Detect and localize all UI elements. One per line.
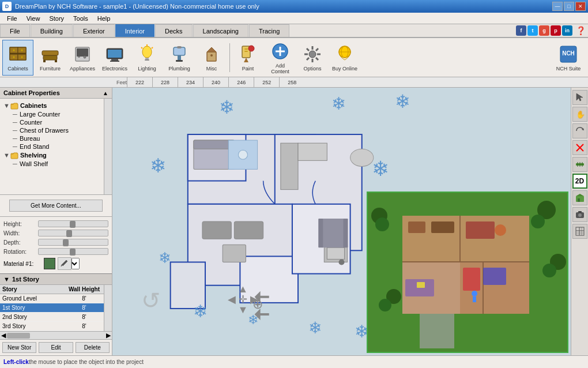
window-buttons[interactable]: — □ ✕ (552, 2, 586, 11)
menu-view[interactable]: View (22, 14, 45, 23)
maximize-button[interactable]: □ (564, 2, 574, 11)
facebook-icon[interactable]: f (516, 25, 526, 36)
preview-3d-panel (367, 191, 568, 353)
tree-item-counter[interactable]: ─ Counter (2, 118, 101, 126)
height-label: Height: (3, 221, 38, 227)
pinterest-icon[interactable]: p (551, 25, 561, 36)
story-scroll-area: Story Wall Height Ground Level 8' 1st St… (0, 285, 112, 331)
delete-story-button[interactable]: Delete (76, 342, 110, 353)
depth-row: Depth: (3, 239, 108, 246)
menu-tools[interactable]: Tools (69, 14, 93, 23)
google-icon[interactable]: g (539, 25, 549, 36)
svg-rect-77 (327, 247, 344, 259)
menu-file[interactable]: File (2, 14, 22, 23)
story-row-ground[interactable]: Ground Level 8' (0, 294, 104, 303)
scroll-right-icon[interactable]: ▶ (106, 332, 111, 339)
height-slider-thumb (70, 221, 76, 228)
tool-electronics[interactable]: Electronics (99, 40, 130, 76)
folder-icon-2 (10, 151, 18, 159)
story-row-3rd[interactable]: 3rd Story 8' (0, 322, 104, 331)
story-row-2nd[interactable]: 2nd Story 8' (0, 313, 104, 322)
plumbing-label: Plumbing (168, 66, 190, 72)
tab-landscaping[interactable]: Landscaping (193, 24, 248, 37)
linkedin-icon[interactable]: in (562, 25, 572, 36)
tab-exterior[interactable]: Exterior (73, 24, 115, 37)
lighting-icon (137, 44, 157, 65)
story-scrollbar[interactable] (104, 285, 112, 331)
svg-rect-23 (145, 58, 149, 59)
tree-item-large-counter[interactable]: ─ Large Counter (2, 110, 101, 118)
twitter-icon[interactable]: t (527, 25, 538, 36)
tree-scrollbar[interactable] (104, 99, 112, 194)
new-story-button[interactable]: New Stor (2, 342, 36, 353)
delete-tool[interactable] (572, 140, 587, 155)
minimize-button[interactable]: — (552, 2, 563, 11)
nch-suite-button[interactable]: NCH NCH Suite (551, 40, 586, 76)
svg-line-50 (316, 48, 318, 51)
svg-point-39 (248, 46, 254, 51)
tree-item-cabinets[interactable]: ▼ Cabinets (2, 101, 101, 110)
menu-story[interactable]: Story (44, 14, 69, 23)
cursor-tool[interactable] (572, 90, 587, 105)
rotation-slider[interactable] (38, 248, 108, 255)
tool-options[interactable]: Options (297, 40, 328, 76)
tree-item-shelving[interactable]: ▼ Shelving (2, 151, 101, 160)
measure-tool[interactable] (572, 157, 587, 172)
tool-lighting[interactable]: Lighting (131, 40, 163, 76)
tree-item-wall-shelf[interactable]: ─ Wall Shelf (2, 160, 101, 168)
height-slider[interactable] (38, 220, 108, 227)
tool-misc[interactable]: Misc (196, 40, 227, 76)
add-content-icon (270, 41, 291, 62)
menu-help[interactable]: Help (93, 14, 115, 23)
edit-story-button[interactable]: Edit (39, 342, 73, 353)
close-button[interactable]: ✕ (575, 2, 586, 11)
depth-slider[interactable] (38, 239, 108, 246)
properties-section: Height: Width: Depth: Rotation: (0, 216, 112, 273)
tab-tracing[interactable]: Tracing (249, 24, 289, 37)
story-collapse-icon[interactable]: ▼ (3, 276, 10, 283)
rotate-tool[interactable] (572, 123, 587, 138)
grid-tool[interactable] (572, 224, 587, 239)
tab-interior[interactable]: Interior (115, 24, 154, 37)
svg-rect-11 (42, 51, 58, 55)
svg-rect-13 (55, 60, 57, 62)
h-scroll-thumb[interactable] (7, 333, 30, 339)
tool-furniture[interactable]: Furniture (35, 40, 66, 76)
folder-icon (10, 102, 18, 110)
svg-line-49 (316, 58, 318, 60)
buy-online-label: Buy Online (332, 66, 357, 72)
tree-item-end-stand[interactable]: ─ End Stand (2, 142, 101, 151)
tool-appliances[interactable]: Appliances (67, 40, 98, 76)
material-edit-button[interactable] (58, 257, 71, 270)
svg-rect-16 (78, 57, 80, 58)
tool-paint[interactable]: Paint (232, 40, 263, 76)
width-slider[interactable] (38, 230, 108, 236)
pan-tool[interactable]: ✋ (572, 107, 587, 122)
tool-plumbing[interactable]: Plumbing (164, 40, 195, 76)
camera-tool[interactable] (572, 207, 587, 222)
tool-buy-online[interactable]: Buy Online (329, 40, 360, 76)
ruler-unit: Feet (116, 80, 127, 85)
panel-collapse-button[interactable]: ▲ (103, 90, 108, 96)
tree-item-chest[interactable]: ─ Chest of Drawers (2, 126, 101, 134)
tool-cabinets[interactable]: Cabinets (2, 40, 33, 76)
3d-view-tool[interactable] (572, 190, 587, 205)
story-row-1st[interactable]: 1st Story 8' (0, 303, 104, 313)
tab-file[interactable]: File (0, 24, 30, 37)
2d-view-button[interactable]: 2D (572, 174, 587, 189)
tool-add-content[interactable]: Add Content (265, 40, 296, 76)
help-icon[interactable]: ❓ (576, 26, 586, 35)
tab-building[interactable]: Building (31, 24, 73, 37)
svg-point-22 (142, 46, 152, 58)
material-dropdown[interactable] (71, 258, 80, 269)
canvas-area[interactable]: ↕ ⊕ ↺ ❄ ❄ ❄ (112, 88, 571, 355)
story-h-scrollbar[interactable]: ◀ ▶ (0, 331, 112, 339)
paint-label: Paint (242, 66, 254, 72)
svg-point-129 (578, 213, 582, 217)
scroll-left-icon[interactable]: ◀ (1, 332, 6, 339)
tab-decks[interactable]: Decks (155, 24, 193, 37)
statusbar: Left-click the mouse to place the object… (0, 355, 588, 368)
material-swatch[interactable] (44, 258, 55, 269)
get-more-content-button[interactable]: Get More Content... (9, 200, 103, 212)
tree-item-bureau[interactable]: ─ Bureau (2, 134, 101, 142)
